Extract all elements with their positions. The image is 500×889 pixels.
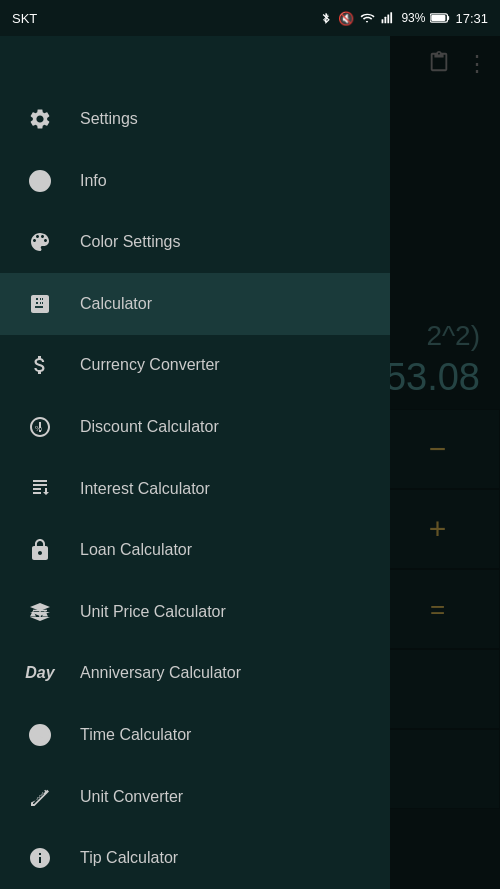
ruler-icon [20, 777, 60, 817]
interest-calculator-label: Interest Calculator [80, 480, 210, 498]
svg-rect-0 [382, 19, 384, 23]
clock-icon [20, 715, 60, 755]
sidebar-item-interest-calculator[interactable]: Interest Calculator [0, 458, 390, 520]
sidebar-item-unit-price-calculator[interactable]: Unit Price Calculator [0, 581, 390, 643]
loan-icon [20, 530, 60, 570]
battery-text: 93% [401, 11, 425, 25]
scale-icon [20, 592, 60, 632]
sidebar-item-settings[interactable]: Settings [0, 88, 390, 150]
sidebar-item-currency-converter[interactable]: Currency Converter [0, 335, 390, 397]
tip-calculator-label: Tip Calculator [80, 849, 178, 867]
mute-icon: 🔇 [338, 11, 354, 26]
sidebar-item-calculator[interactable]: Calculator [0, 273, 390, 335]
sidebar-item-color-settings[interactable]: Color Settings [0, 211, 390, 273]
drawer-header [0, 36, 390, 88]
carrier-label: SKT [12, 11, 37, 26]
loan-calculator-label: Loan Calculator [80, 541, 192, 559]
unit-converter-label: Unit Converter [80, 788, 183, 806]
color-settings-label: Color Settings [80, 233, 181, 251]
battery-icon [430, 12, 450, 24]
info-label: Info [80, 172, 107, 190]
time-label: 17:31 [455, 11, 488, 26]
sidebar-item-time-calculator[interactable]: Time Calculator [0, 704, 390, 766]
day-icon: Day [20, 653, 60, 693]
navigation-drawer: Settings Info Color Settings [0, 36, 390, 889]
svg-rect-5 [448, 16, 450, 20]
interest-icon [20, 469, 60, 509]
svg-rect-1 [385, 17, 387, 23]
sidebar-item-anniversary-calculator[interactable]: Day Anniversary Calculator [0, 643, 390, 705]
settings-icon [20, 99, 60, 139]
status-icons: 🔇 93% 17:31 [319, 11, 488, 26]
palette-icon [20, 222, 60, 262]
sidebar-item-info[interactable]: Info [0, 150, 390, 212]
discount-icon: % [20, 407, 60, 447]
svg-rect-3 [391, 12, 393, 23]
currency-converter-label: Currency Converter [80, 356, 220, 374]
info-icon [20, 161, 60, 201]
status-bar: SKT 🔇 93% 17:31 [0, 0, 500, 36]
settings-label: Settings [80, 110, 138, 128]
bluetooth-icon [319, 11, 333, 25]
main-content: ⋮ 2^2) 53.08 ÷ × − 7 8 9 + 4 5 6 [0, 36, 500, 889]
tip-icon [20, 838, 60, 878]
currency-icon [20, 345, 60, 385]
drawer-overlay[interactable] [390, 36, 500, 889]
sidebar-item-tip-calculator[interactable]: Tip Calculator [0, 827, 390, 889]
calculator-label: Calculator [80, 295, 152, 313]
svg-rect-2 [388, 15, 390, 24]
svg-text:%: % [35, 424, 42, 433]
discount-calculator-label: Discount Calculator [80, 418, 219, 436]
sidebar-item-loan-calculator[interactable]: Loan Calculator [0, 519, 390, 581]
calculator-icon [20, 284, 60, 324]
svg-rect-6 [432, 15, 446, 21]
anniversary-calculator-label: Anniversary Calculator [80, 664, 241, 682]
unit-price-calculator-label: Unit Price Calculator [80, 603, 226, 621]
sidebar-item-discount-calculator[interactable]: % Discount Calculator [0, 396, 390, 458]
signal-icon [380, 11, 396, 25]
time-calculator-label: Time Calculator [80, 726, 191, 744]
wifi-icon [359, 11, 375, 25]
sidebar-item-unit-converter[interactable]: Unit Converter [0, 766, 390, 828]
